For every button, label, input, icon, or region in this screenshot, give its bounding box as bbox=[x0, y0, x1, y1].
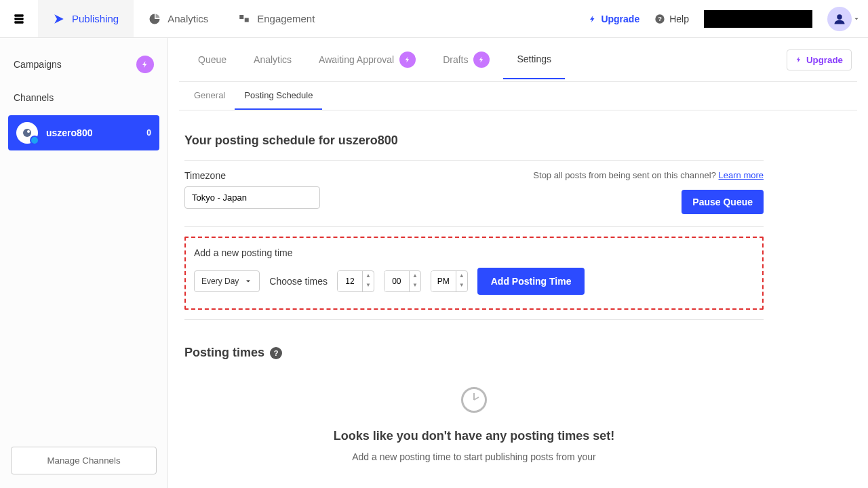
chevron-down-icon[interactable]: ▼ bbox=[410, 281, 420, 290]
main-content: Queue Analytics Awaiting Approval Drafts… bbox=[168, 38, 868, 488]
upgrade-button-label: Upgrade bbox=[806, 55, 843, 65]
svg-rect-2 bbox=[14, 21, 23, 23]
clock-icon bbox=[461, 387, 487, 413]
drafts-label: Drafts bbox=[443, 54, 468, 65]
channels-label: Channels bbox=[14, 92, 54, 103]
hour-stepper[interactable]: ▲▼ bbox=[337, 270, 374, 292]
svg-point-8 bbox=[23, 129, 31, 137]
day-select[interactable]: Every Day bbox=[194, 270, 260, 292]
tab-posting-schedule[interactable]: Posting Schedule bbox=[235, 82, 322, 110]
content-tabs: Queue Analytics Awaiting Approval Drafts… bbox=[179, 38, 857, 82]
settings-tabs: General Posting Schedule bbox=[179, 82, 857, 110]
tab-analytics-label: Analytics bbox=[167, 13, 208, 24]
chevron-down-icon bbox=[853, 16, 860, 22]
divider bbox=[184, 319, 764, 320]
campaigns-label: Campaigns bbox=[14, 59, 62, 70]
empty-state: Looks like you don't have any posting ti… bbox=[184, 387, 764, 462]
tab-publishing[interactable]: Publishing bbox=[38, 0, 134, 37]
svg-text:?: ? bbox=[658, 16, 662, 22]
tab-general[interactable]: General bbox=[184, 82, 235, 110]
add-posting-time-button[interactable]: Add Posting Time bbox=[477, 268, 585, 295]
empty-title: Looks like you don't have any posting ti… bbox=[184, 429, 764, 443]
twitter-icon bbox=[30, 136, 39, 145]
channel-count: 0 bbox=[146, 128, 151, 138]
timezone-input[interactable] bbox=[184, 186, 320, 209]
tab-engagement[interactable]: Engagement bbox=[223, 0, 330, 37]
add-posting-time-section: Add a new posting time Every Day Choose … bbox=[184, 237, 764, 310]
channel-name: uszero800 bbox=[46, 127, 92, 138]
svg-rect-4 bbox=[245, 18, 249, 22]
page-title: Your posting schedule for uszero800 bbox=[184, 134, 764, 148]
chevron-up-icon[interactable]: ▲ bbox=[456, 271, 467, 281]
upgrade-button[interactable]: Upgrade bbox=[787, 49, 852, 70]
tab-publishing-label: Publishing bbox=[72, 13, 119, 24]
engagement-icon bbox=[238, 13, 250, 25]
divider bbox=[184, 160, 764, 161]
choose-times-label: Choose times bbox=[269, 276, 328, 287]
tab-queue[interactable]: Queue bbox=[184, 41, 240, 79]
chevron-down-icon[interactable]: ▼ bbox=[363, 281, 374, 290]
awaiting-label: Awaiting Approval bbox=[319, 54, 394, 65]
tab-drafts[interactable]: Drafts bbox=[429, 38, 503, 81]
bolt-icon bbox=[473, 52, 490, 68]
sidebar: Campaigns Channels uszero800 0 Manage Ch… bbox=[0, 38, 168, 488]
svg-rect-3 bbox=[240, 15, 244, 19]
empty-subtitle: Add a new posting time to start publishi… bbox=[184, 451, 764, 462]
ampm-input[interactable] bbox=[431, 271, 456, 291]
channel-item[interactable]: uszero800 0 bbox=[8, 115, 159, 150]
help-link-label: Help bbox=[669, 14, 689, 24]
user-menu[interactable] bbox=[827, 7, 860, 31]
account-selector[interactable] bbox=[704, 10, 812, 28]
tab-awaiting[interactable]: Awaiting Approval bbox=[305, 38, 429, 81]
sidebar-item-channels[interactable]: Channels bbox=[5, 83, 162, 113]
publishing-icon bbox=[53, 13, 65, 25]
upgrade-link-label: Upgrade bbox=[601, 14, 639, 24]
posting-times-title: Posting times bbox=[184, 346, 264, 360]
topnav-tabs: Publishing Analytics Engagement bbox=[38, 0, 330, 37]
minute-stepper[interactable]: ▲▼ bbox=[384, 270, 421, 292]
top-nav: Publishing Analytics Engagement Upgrade … bbox=[0, 0, 868, 38]
bolt-icon bbox=[589, 14, 597, 24]
hour-input[interactable] bbox=[338, 271, 362, 291]
topnav-right: Upgrade ? Help bbox=[589, 7, 868, 31]
channel-avatar bbox=[16, 122, 38, 144]
help-link[interactable]: ? Help bbox=[654, 14, 689, 24]
chevron-up-icon[interactable]: ▲ bbox=[363, 271, 374, 281]
bolt-icon bbox=[795, 56, 802, 64]
svg-point-9 bbox=[27, 130, 30, 133]
app-logo[interactable] bbox=[0, 12, 38, 26]
timezone-label: Timezone bbox=[184, 170, 320, 181]
stop-text: Stop all posts from being sent on this c… bbox=[533, 170, 764, 180]
bolt-icon bbox=[399, 52, 416, 68]
pause-queue-button[interactable]: Pause Queue bbox=[682, 190, 764, 214]
chevron-down-icon[interactable]: ▼ bbox=[456, 281, 467, 290]
chevron-down-icon bbox=[244, 277, 252, 285]
add-posting-label: Add a new posting time bbox=[194, 247, 754, 258]
minute-input[interactable] bbox=[384, 271, 409, 291]
svg-rect-0 bbox=[14, 14, 23, 16]
tab-settings[interactable]: Settings bbox=[503, 40, 565, 79]
svg-point-7 bbox=[837, 14, 842, 20]
learn-more-link[interactable]: Learn more bbox=[719, 170, 764, 180]
chevron-up-icon[interactable]: ▲ bbox=[410, 271, 420, 281]
ampm-stepper[interactable]: ▲▼ bbox=[431, 270, 468, 292]
sidebar-item-campaigns[interactable]: Campaigns bbox=[5, 46, 162, 83]
day-select-value: Every Day bbox=[201, 277, 239, 286]
help-icon[interactable]: ? bbox=[270, 347, 282, 359]
tab-analytics[interactable]: Analytics bbox=[134, 0, 223, 37]
svg-rect-1 bbox=[14, 18, 23, 20]
tab-engagement-label: Engagement bbox=[257, 13, 315, 24]
manage-channels-button[interactable]: Manage Channels bbox=[11, 447, 157, 474]
analytics-icon bbox=[149, 13, 161, 25]
upgrade-link[interactable]: Upgrade bbox=[589, 14, 639, 24]
help-icon: ? bbox=[654, 14, 665, 24]
bolt-badge-icon bbox=[136, 56, 154, 73]
tab-analytics-sub[interactable]: Analytics bbox=[240, 41, 305, 79]
avatar bbox=[827, 7, 852, 31]
